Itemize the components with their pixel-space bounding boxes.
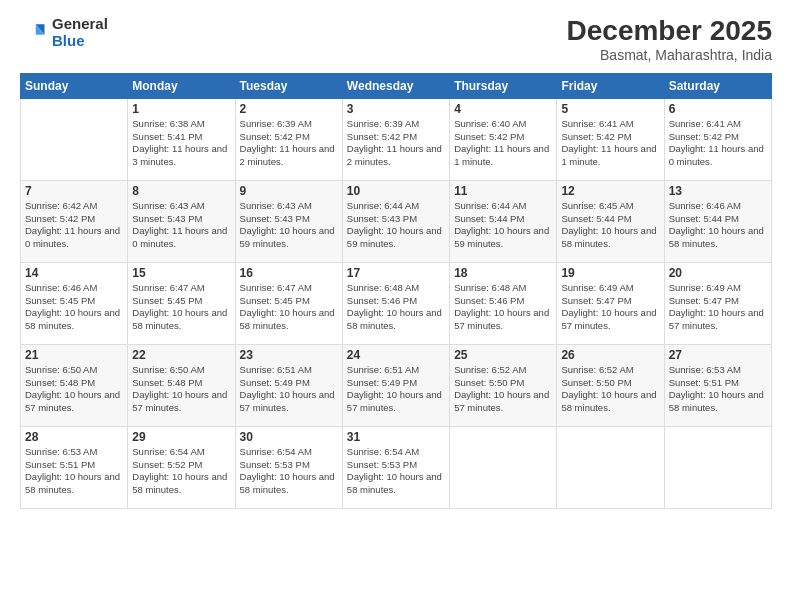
day-number: 13	[669, 184, 767, 198]
day-number: 16	[240, 266, 338, 280]
table-row: 4Sunrise: 6:40 AMSunset: 5:42 PMDaylight…	[450, 98, 557, 180]
day-info: Sunrise: 6:53 AMSunset: 5:51 PMDaylight:…	[25, 446, 123, 497]
day-info: Sunrise: 6:50 AMSunset: 5:48 PMDaylight:…	[132, 364, 230, 415]
table-row: 12Sunrise: 6:45 AMSunset: 5:44 PMDayligh…	[557, 180, 664, 262]
table-row: 5Sunrise: 6:41 AMSunset: 5:42 PMDaylight…	[557, 98, 664, 180]
day-number: 17	[347, 266, 445, 280]
day-info: Sunrise: 6:47 AMSunset: 5:45 PMDaylight:…	[240, 282, 338, 333]
calendar-week-row: 7Sunrise: 6:42 AMSunset: 5:42 PMDaylight…	[21, 180, 772, 262]
table-row	[557, 426, 664, 508]
table-row	[664, 426, 771, 508]
calendar-table: Sunday Monday Tuesday Wednesday Thursday…	[20, 73, 772, 509]
table-row: 20Sunrise: 6:49 AMSunset: 5:47 PMDayligh…	[664, 262, 771, 344]
page: General Blue December 2025 Basmat, Mahar…	[0, 0, 792, 612]
day-info: Sunrise: 6:52 AMSunset: 5:50 PMDaylight:…	[454, 364, 552, 415]
logo-general: General	[52, 15, 108, 32]
header-sunday: Sunday	[21, 73, 128, 98]
table-row	[21, 98, 128, 180]
day-info: Sunrise: 6:43 AMSunset: 5:43 PMDaylight:…	[132, 200, 230, 251]
table-row: 11Sunrise: 6:44 AMSunset: 5:44 PMDayligh…	[450, 180, 557, 262]
header-wednesday: Wednesday	[342, 73, 449, 98]
day-number: 5	[561, 102, 659, 116]
day-number: 11	[454, 184, 552, 198]
day-info: Sunrise: 6:54 AMSunset: 5:52 PMDaylight:…	[132, 446, 230, 497]
table-row: 2Sunrise: 6:39 AMSunset: 5:42 PMDaylight…	[235, 98, 342, 180]
table-row: 19Sunrise: 6:49 AMSunset: 5:47 PMDayligh…	[557, 262, 664, 344]
day-number: 27	[669, 348, 767, 362]
day-info: Sunrise: 6:41 AMSunset: 5:42 PMDaylight:…	[669, 118, 767, 169]
table-row: 14Sunrise: 6:46 AMSunset: 5:45 PMDayligh…	[21, 262, 128, 344]
day-info: Sunrise: 6:39 AMSunset: 5:42 PMDaylight:…	[347, 118, 445, 169]
day-info: Sunrise: 6:41 AMSunset: 5:42 PMDaylight:…	[561, 118, 659, 169]
day-info: Sunrise: 6:46 AMSunset: 5:45 PMDaylight:…	[25, 282, 123, 333]
day-info: Sunrise: 6:48 AMSunset: 5:46 PMDaylight:…	[454, 282, 552, 333]
day-info: Sunrise: 6:54 AMSunset: 5:53 PMDaylight:…	[240, 446, 338, 497]
day-info: Sunrise: 6:51 AMSunset: 5:49 PMDaylight:…	[240, 364, 338, 415]
table-row: 24Sunrise: 6:51 AMSunset: 5:49 PMDayligh…	[342, 344, 449, 426]
table-row: 1Sunrise: 6:38 AMSunset: 5:41 PMDaylight…	[128, 98, 235, 180]
table-row: 13Sunrise: 6:46 AMSunset: 5:44 PMDayligh…	[664, 180, 771, 262]
day-number: 24	[347, 348, 445, 362]
day-info: Sunrise: 6:52 AMSunset: 5:50 PMDaylight:…	[561, 364, 659, 415]
day-number: 31	[347, 430, 445, 444]
table-row: 15Sunrise: 6:47 AMSunset: 5:45 PMDayligh…	[128, 262, 235, 344]
day-number: 25	[454, 348, 552, 362]
day-info: Sunrise: 6:51 AMSunset: 5:49 PMDaylight:…	[347, 364, 445, 415]
header-thursday: Thursday	[450, 73, 557, 98]
day-number: 6	[669, 102, 767, 116]
table-row: 31Sunrise: 6:54 AMSunset: 5:53 PMDayligh…	[342, 426, 449, 508]
day-number: 14	[25, 266, 123, 280]
day-number: 28	[25, 430, 123, 444]
day-info: Sunrise: 6:50 AMSunset: 5:48 PMDaylight:…	[25, 364, 123, 415]
day-number: 1	[132, 102, 230, 116]
table-row: 25Sunrise: 6:52 AMSunset: 5:50 PMDayligh…	[450, 344, 557, 426]
table-row: 6Sunrise: 6:41 AMSunset: 5:42 PMDaylight…	[664, 98, 771, 180]
table-row: 26Sunrise: 6:52 AMSunset: 5:50 PMDayligh…	[557, 344, 664, 426]
day-number: 7	[25, 184, 123, 198]
day-number: 23	[240, 348, 338, 362]
table-row: 29Sunrise: 6:54 AMSunset: 5:52 PMDayligh…	[128, 426, 235, 508]
day-info: Sunrise: 6:48 AMSunset: 5:46 PMDaylight:…	[347, 282, 445, 333]
table-row: 30Sunrise: 6:54 AMSunset: 5:53 PMDayligh…	[235, 426, 342, 508]
header: General Blue December 2025 Basmat, Mahar…	[20, 16, 772, 63]
table-row: 9Sunrise: 6:43 AMSunset: 5:43 PMDaylight…	[235, 180, 342, 262]
header-tuesday: Tuesday	[235, 73, 342, 98]
calendar-week-row: 28Sunrise: 6:53 AMSunset: 5:51 PMDayligh…	[21, 426, 772, 508]
day-number: 20	[669, 266, 767, 280]
day-info: Sunrise: 6:40 AMSunset: 5:42 PMDaylight:…	[454, 118, 552, 169]
day-info: Sunrise: 6:49 AMSunset: 5:47 PMDaylight:…	[561, 282, 659, 333]
day-number: 8	[132, 184, 230, 198]
table-row	[450, 426, 557, 508]
day-info: Sunrise: 6:54 AMSunset: 5:53 PMDaylight:…	[347, 446, 445, 497]
day-info: Sunrise: 6:39 AMSunset: 5:42 PMDaylight:…	[240, 118, 338, 169]
day-number: 3	[347, 102, 445, 116]
day-info: Sunrise: 6:44 AMSunset: 5:44 PMDaylight:…	[454, 200, 552, 251]
header-friday: Friday	[557, 73, 664, 98]
logo-blue: Blue	[52, 32, 85, 49]
table-row: 18Sunrise: 6:48 AMSunset: 5:46 PMDayligh…	[450, 262, 557, 344]
table-row: 7Sunrise: 6:42 AMSunset: 5:42 PMDaylight…	[21, 180, 128, 262]
day-number: 18	[454, 266, 552, 280]
calendar-week-row: 14Sunrise: 6:46 AMSunset: 5:45 PMDayligh…	[21, 262, 772, 344]
table-row: 3Sunrise: 6:39 AMSunset: 5:42 PMDaylight…	[342, 98, 449, 180]
table-row: 21Sunrise: 6:50 AMSunset: 5:48 PMDayligh…	[21, 344, 128, 426]
table-row: 22Sunrise: 6:50 AMSunset: 5:48 PMDayligh…	[128, 344, 235, 426]
day-info: Sunrise: 6:46 AMSunset: 5:44 PMDaylight:…	[669, 200, 767, 251]
calendar-header-row: Sunday Monday Tuesday Wednesday Thursday…	[21, 73, 772, 98]
day-number: 15	[132, 266, 230, 280]
day-info: Sunrise: 6:45 AMSunset: 5:44 PMDaylight:…	[561, 200, 659, 251]
location-subtitle: Basmat, Maharashtra, India	[567, 47, 772, 63]
day-info: Sunrise: 6:47 AMSunset: 5:45 PMDaylight:…	[132, 282, 230, 333]
month-title: December 2025	[567, 16, 772, 47]
table-row: 27Sunrise: 6:53 AMSunset: 5:51 PMDayligh…	[664, 344, 771, 426]
header-monday: Monday	[128, 73, 235, 98]
day-number: 29	[132, 430, 230, 444]
day-number: 10	[347, 184, 445, 198]
table-row: 10Sunrise: 6:44 AMSunset: 5:43 PMDayligh…	[342, 180, 449, 262]
day-number: 4	[454, 102, 552, 116]
logo-text: General Blue	[52, 16, 108, 49]
day-number: 19	[561, 266, 659, 280]
table-row: 16Sunrise: 6:47 AMSunset: 5:45 PMDayligh…	[235, 262, 342, 344]
table-row: 28Sunrise: 6:53 AMSunset: 5:51 PMDayligh…	[21, 426, 128, 508]
day-number: 30	[240, 430, 338, 444]
